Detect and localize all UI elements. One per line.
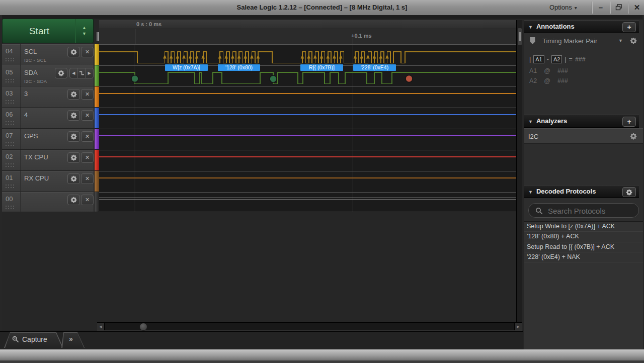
drag-handle-icon[interactable] [6,206,7,207]
channel-settings-button[interactable] [67,152,80,163]
scroll-right-button[interactable]: ▶ [514,323,522,330]
previous-edge-button[interactable]: ◀ [70,68,77,78]
channel-number: 02 [6,153,13,160]
channel-row[interactable]: 01RX CPU✕ [2,171,94,192]
pan-grip-left[interactable] [97,32,98,41]
chevron-double-right-icon: » [69,335,73,343]
decoded-protocols-settings-button[interactable] [622,187,636,197]
timing-marker-pair-row[interactable]: Timing Marker Pair ▼ [524,35,643,48]
channel-remove-button[interactable]: ✕ [81,195,94,205]
decoded-protocols-header[interactable]: ▼Decoded Protocols [524,185,639,198]
decoded-protocol-row[interactable]: Setup Write to [z (0x7A)] + ACK [524,222,643,232]
channel-number: 07 [6,132,13,139]
search-input[interactable] [547,205,634,217]
collapse-icon: ▼ [528,119,533,124]
channel-color-bar [95,171,99,192]
start-capture-button[interactable]: Start ▲ ▼ [2,19,94,43]
channel-settings-button[interactable] [67,47,80,57]
plus-icon: + [627,116,631,128]
gear-icon[interactable] [630,37,637,46]
annotations-header[interactable]: ▼Annotations + [524,20,639,33]
capture-tab-icon [12,336,20,343]
vertical-scrollbar-thumb[interactable] [518,28,522,45]
channel-row[interactable]: 064✕ [2,108,94,129]
waveform-canvas[interactable] [99,44,516,212]
marker-a2-position: A2@### [529,77,568,84]
channel-number: 01 [6,174,13,182]
channel-row[interactable]: 02TX CPU✕ [2,150,94,171]
channel-name: 4 [24,111,28,119]
channel-number: 06 [6,111,13,118]
channel-row[interactable]: 07GPS✕ [2,129,94,150]
channel-settings-button[interactable] [67,173,80,184]
channel-settings-button[interactable] [67,89,80,100]
channel-remove-button[interactable]: ✕ [81,152,94,163]
horizontal-scrollbar[interactable]: ◀ ▶ [97,322,522,331]
marker-a2-chip: A2 [551,55,562,63]
chevron-down-icon: ▼ [82,32,87,36]
drag-handle-icon[interactable] [6,121,7,122]
timeline-ruler-secondary[interactable]: +0.1 ms [99,29,516,44]
channel-name: TX CPU [24,153,48,161]
drag-handle-icon[interactable] [6,58,7,59]
collapse-icon: ▼ [528,190,533,195]
channel-row[interactable]: 033✕ [2,86,94,108]
protocol-search-box[interactable] [528,203,639,218]
drag-handle-icon[interactable] [6,163,7,164]
close-button[interactable]: ✕ [629,0,644,15]
channel-settings-button[interactable] [67,131,80,142]
channel-remove-button[interactable]: ✕ [81,173,94,184]
gear-icon[interactable] [630,133,637,142]
channel-settings-button[interactable] [67,195,80,205]
decoded-protocols-list: Setup Write to [z (0x7A)] + ACK'128' (0x… [524,221,643,350]
drag-handle-icon[interactable] [6,100,7,101]
vertical-scrollbar[interactable] [516,20,522,322]
title-bar[interactable]: Saleae Logic 1.2.12 – [Connected] – [8 M… [0,0,644,16]
side-panel: ▼Annotations + Timing Marker Pair ▼ | A1… [524,20,643,349]
add-analyzer-button[interactable]: + [622,117,636,127]
marker-pair-name: Timing Marker Pair [542,37,597,45]
horizontal-scrollbar-thumb[interactable] [139,323,147,331]
channel-name: SDA [24,69,38,76]
channel-settings-button[interactable] [67,110,80,121]
channel-row[interactable]: 04SCLI2C - SCL✕ [2,44,94,65]
analyzers-header[interactable]: ▼Analyzers + [524,115,639,128]
ruler-tick [135,29,135,44]
decoded-protocol-row[interactable]: '228' (0xE4) + NAK [524,252,643,262]
drag-handle-icon[interactable] [6,185,7,186]
channel-remove-button[interactable]: ✕ [81,110,94,121]
channel-analyzer-label: I2C - SCL [24,57,46,63]
channel-remove-button[interactable]: ✕ [81,89,94,100]
decoded-protocol-row[interactable]: '128' (0x80) + ACK [524,232,643,242]
decoded-protocol-row[interactable]: Setup Read to [{ (0x7B)] + ACK [524,242,643,252]
analyzer-item-i2c[interactable]: I2C [524,128,643,144]
tab-capture[interactable]: Capture [4,332,63,348]
window-bottom-edge [0,360,644,363]
capture-tab-label: Capture [22,335,47,343]
options-menu[interactable]: Options▾ [549,0,577,15]
drag-handle-icon[interactable] [6,142,7,143]
edge-type-icon[interactable] [77,68,86,78]
channel-color-bar [95,192,99,212]
channel-settings-button[interactable] [55,68,67,78]
close-icon: ✕ [634,3,640,12]
channel-remove-button[interactable]: ✕ [81,131,94,142]
minimize-button[interactable]: – [593,0,609,15]
channel-number: 05 [6,68,13,76]
channel-row[interactable]: 05SDAI2C - SDA◀▶ [2,65,94,86]
next-edge-button[interactable]: ▶ [85,68,93,78]
channel-row[interactable]: 00✕ [2,192,94,212]
timeline-ruler-primary[interactable]: 0 s : 0 ms [99,20,516,29]
channel-color-bar [95,150,99,171]
channel-remove-button[interactable]: ✕ [81,47,94,57]
titlebar-separator [628,2,628,14]
channel-color-bar [95,44,99,65]
restore-button[interactable] [611,0,627,15]
channel-color-bar [95,65,99,86]
drag-handle-icon[interactable] [6,79,7,80]
start-scroll-buttons[interactable]: ▲ ▼ [75,19,93,43]
add-annotation-button[interactable]: + [622,22,636,32]
scroll-left-button[interactable]: ◀ [97,323,105,330]
pan-grip-left[interactable] [98,32,99,41]
chevron-down-icon: ▼ [618,38,623,43]
